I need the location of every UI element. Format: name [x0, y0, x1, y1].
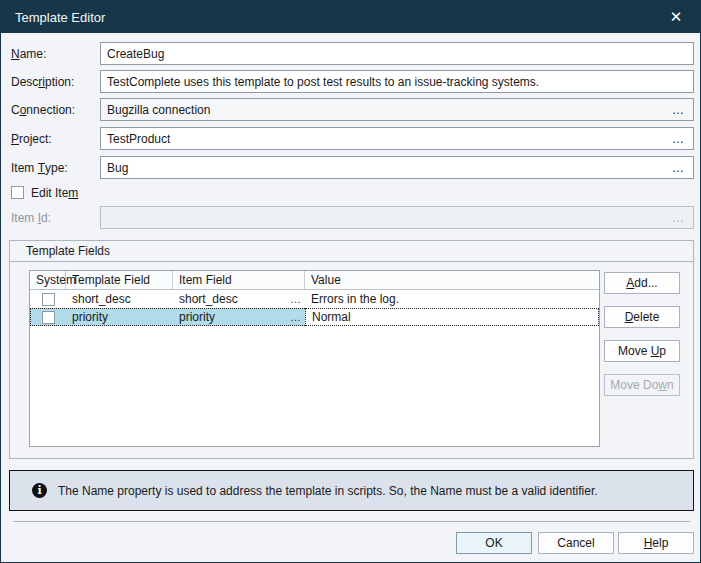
group-title: Template Fields [26, 244, 110, 258]
description-input[interactable] [100, 70, 694, 93]
project-browse-button[interactable]: … [672, 134, 687, 144]
column-header-template-field[interactable]: Template Field [66, 271, 173, 289]
item-field-browse-button[interactable]: … [290, 311, 305, 323]
column-header-item-field[interactable]: Item Field [173, 271, 305, 289]
dialog-title: Template Editor [1, 10, 105, 25]
info-bar: i The Name property is used to address t… [9, 470, 694, 511]
project-field[interactable]: TestProduct … [100, 127, 694, 150]
system-checkbox[interactable] [42, 293, 55, 306]
item-field-cell[interactable]: short_desc… [173, 290, 305, 308]
cancel-button[interactable]: Cancel [538, 532, 614, 554]
item-id-label: Item Id: [11, 206, 51, 229]
item-type-browse-button[interactable]: … [672, 163, 687, 173]
name-input[interactable] [100, 42, 694, 65]
template-editor-dialog: Template Editor ✕ Name: Description: Con… [0, 0, 701, 563]
template-field-cell[interactable]: short_desc [66, 290, 173, 308]
move-up-button[interactable]: Move Up [604, 340, 680, 362]
description-label: Description: [11, 70, 74, 93]
delete-button[interactable]: Delete [604, 306, 680, 328]
item-field-browse-button[interactable]: … [290, 293, 305, 305]
table-row-selected[interactable]: priority priority… Normal [30, 308, 599, 326]
table-row[interactable]: short_desc short_desc… Errors in the log… [30, 290, 599, 308]
template-fields-group: Template Fields System Template Field It… [9, 240, 694, 459]
item-type-label: Item Type: [11, 156, 68, 179]
connection-label: Connection: [11, 98, 75, 121]
template-fields-table[interactable]: System Template Field Item Field Value s… [29, 270, 600, 447]
connection-value: Bugzilla connection [107, 103, 210, 117]
footer-separator [13, 521, 690, 522]
column-header-value[interactable]: Value [305, 271, 599, 289]
column-header-system[interactable]: System [30, 271, 66, 289]
system-cell[interactable] [30, 290, 66, 308]
edit-item-label[interactable]: Edit Item [31, 181, 78, 204]
move-down-button: Move Down [604, 374, 680, 396]
connection-browse-button[interactable]: … [672, 105, 687, 115]
name-label: Name: [11, 42, 46, 65]
template-fields-group-header: Template Fields [10, 241, 693, 262]
item-type-value: Bug [107, 161, 128, 175]
system-cell[interactable] [30, 308, 66, 326]
project-value: TestProduct [107, 132, 170, 146]
item-type-field[interactable]: Bug … [100, 156, 694, 179]
connection-field[interactable]: Bugzilla connection … [100, 98, 694, 121]
edit-item-checkbox[interactable] [11, 186, 24, 199]
item-field-cell[interactable]: priority… [173, 308, 305, 326]
info-text: The Name property is used to address the… [58, 484, 598, 498]
template-field-cell[interactable]: priority [66, 308, 173, 326]
value-cell[interactable]: Errors in the log. [305, 290, 599, 308]
item-id-field: … [100, 206, 694, 229]
add-button[interactable]: Add... [604, 272, 680, 294]
value-cell-editor[interactable]: Normal [305, 308, 599, 326]
table-header-row: System Template Field Item Field Value [30, 271, 599, 290]
close-icon[interactable]: ✕ [658, 1, 694, 33]
item-id-browse-button: … [672, 213, 687, 223]
help-button[interactable]: Help [618, 532, 694, 554]
project-label: Project: [11, 127, 52, 150]
title-bar: Template Editor ✕ [1, 1, 701, 33]
system-checkbox[interactable] [42, 311, 55, 324]
info-icon: i [32, 483, 47, 498]
ok-button[interactable]: OK [456, 532, 532, 554]
